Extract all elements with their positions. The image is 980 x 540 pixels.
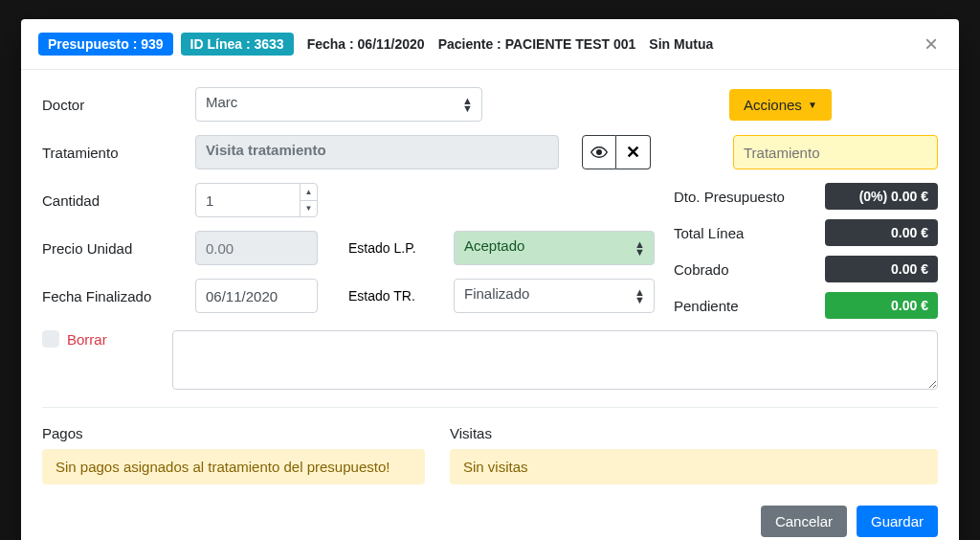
dto-value: (0%) 0.00 € (825, 183, 938, 210)
cancel-button[interactable]: Cancelar (761, 506, 847, 537)
total-label: Total Línea (674, 225, 744, 241)
clear-icon-button[interactable]: ✕ (616, 135, 651, 169)
fecha-fin-label: Fecha Finalizado (42, 288, 195, 304)
cantidad-spinner[interactable]: ▲▼ (300, 184, 317, 216)
paciente-header: Paciente : PACIENTE TEST 001 (438, 36, 636, 52)
borrar-checkbox[interactable] (42, 330, 59, 348)
fecha-header: Fecha : 06/11/2020 (307, 36, 425, 52)
presupuesto-badge: Presupuesto : 939 (38, 33, 173, 56)
linea-badge: ID Línea : 3633 (181, 33, 294, 56)
estado-lp-select[interactable]: Aceptado (454, 231, 655, 265)
pagos-empty-alert: Sin pagos asignados al tratamiento del p… (42, 449, 425, 484)
eye-icon (590, 144, 608, 161)
notes-textarea[interactable] (172, 330, 938, 390)
close-icon[interactable]: × (921, 33, 942, 56)
tratamiento-search-input[interactable] (733, 135, 938, 169)
tratamiento-field: Visita tratamiento (195, 135, 559, 169)
pagos-title: Pagos (42, 425, 425, 441)
save-button[interactable]: Guardar (857, 506, 938, 537)
borrar-label: Borrar (67, 331, 107, 348)
estado-tr-label: Estado TR. (348, 288, 454, 304)
pendiente-value: 0.00 € (825, 292, 938, 319)
estado-tr-select[interactable]: Finalizado (454, 279, 655, 313)
estado-lp-label: Estado L.P. (348, 240, 454, 256)
x-icon: ✕ (626, 142, 640, 163)
precio-input (195, 231, 318, 265)
doctor-select[interactable]: Marc (195, 87, 482, 122)
svg-point-0 (597, 150, 602, 155)
mutua-header: Sin Mutua (649, 36, 713, 52)
precio-label: Precio Unidad (42, 240, 195, 257)
dto-label: Dto. Presupuesto (674, 189, 785, 205)
cobrado-value: 0.00 € (825, 256, 938, 282)
edit-line-modal: Presupuesto : 939 ID Línea : 3633 Fecha … (21, 19, 959, 540)
cobrado-label: Cobrado (674, 261, 729, 278)
tratamiento-label: Tratamiento (42, 145, 195, 161)
fecha-fin-input[interactable] (195, 279, 318, 313)
caret-down-icon: ▼ (808, 100, 817, 110)
acciones-button[interactable]: Acciones ▼ (729, 89, 832, 121)
tratamiento-actions: ✕ (582, 135, 651, 169)
doctor-label: Doctor (42, 97, 195, 113)
view-icon-button[interactable] (582, 135, 616, 169)
total-value: 0.00 € (825, 219, 938, 246)
visitas-title: Visitas (450, 425, 938, 441)
visitas-empty-alert: Sin visitas (450, 449, 938, 484)
pendiente-label: Pendiente (674, 298, 739, 314)
modal-header: Presupuesto : 939 ID Línea : 3633 Fecha … (21, 19, 959, 70)
cantidad-label: Cantidad (42, 192, 195, 209)
